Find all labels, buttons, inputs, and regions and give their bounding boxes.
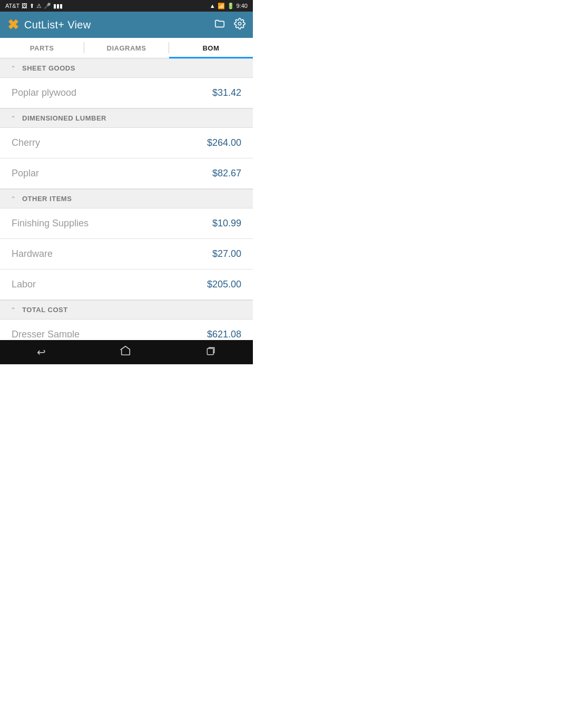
status-right: ▲ 📶 🔋 9:40	[210, 3, 248, 9]
item-name: Dresser Sample	[12, 329, 80, 337]
status-left: AT&T 🖼 ⬆ ⚠ 🎤 ▮▮▮	[5, 3, 63, 9]
chevron-up-icon: ⌃	[11, 115, 16, 122]
upload-icon: ⬆	[30, 3, 34, 9]
folder-icon[interactable]	[214, 18, 225, 32]
bom-content: ⌃ SHEET GOODS Poplar plywood $31.42 ⌃ DI…	[0, 58, 253, 337]
signal-icon: 📶	[218, 3, 225, 9]
app-bar-actions	[214, 18, 246, 32]
svg-rect-1	[207, 348, 213, 355]
app-bar: ✖ CutList+ View	[0, 12, 253, 38]
item-name: Labor	[12, 279, 36, 290]
warning-icon: ⚠	[36, 3, 42, 9]
time-label: 9:40	[237, 3, 248, 9]
app-title: CutList+ View	[24, 19, 214, 31]
list-item: Cherry $264.00	[0, 128, 253, 158]
item-cost: $10.99	[212, 218, 241, 229]
tab-parts[interactable]: PARTS	[0, 38, 84, 57]
bars-icon: ▮▮▮	[53, 3, 63, 9]
section-dimensioned-lumber-header[interactable]: ⌃ DIMENSIONED LUMBER	[0, 108, 253, 128]
carrier-label: AT&T	[5, 3, 19, 9]
section-other-items-header[interactable]: ⌃ OTHER ITEMS	[0, 189, 253, 208]
app-logo: ✖	[7, 17, 19, 33]
item-cost: $27.00	[212, 248, 241, 260]
tab-bar: PARTS DIAGRAMS BOM	[0, 38, 253, 58]
item-name: Finishing Supplies	[12, 218, 89, 229]
list-item: Finishing Supplies $10.99	[0, 208, 253, 239]
chevron-up-icon: ⌃	[11, 306, 16, 314]
mic-icon: 🎤	[44, 3, 51, 9]
section-dimensioned-lumber-title: DIMENSIONED LUMBER	[22, 114, 106, 122]
item-name: Poplar plywood	[12, 87, 76, 98]
item-cost: $82.67	[212, 168, 241, 179]
section-sheet-goods-header[interactable]: ⌃ SHEET GOODS	[0, 58, 253, 78]
tab-diagrams[interactable]: DIAGRAMS	[84, 38, 168, 57]
back-button[interactable]: ↩	[37, 346, 46, 358]
wifi-icon: ▲	[210, 3, 215, 9]
chevron-up-icon: ⌃	[11, 195, 16, 203]
list-item: Poplar plywood $31.42	[0, 78, 253, 108]
list-item: Labor $205.00	[0, 270, 253, 300]
item-cost: $31.42	[212, 87, 241, 98]
list-item: Dresser Sample $621.08	[0, 320, 253, 337]
item-name: Poplar	[12, 168, 39, 179]
battery-icon: 🔋	[227, 3, 234, 9]
section-total-cost-title: TOTAL COST	[22, 306, 68, 314]
home-button[interactable]	[120, 345, 131, 360]
chevron-up-icon: ⌃	[11, 65, 16, 72]
item-cost: $205.00	[207, 279, 241, 290]
tab-bom[interactable]: BOM	[169, 38, 253, 57]
section-sheet-goods-title: SHEET GOODS	[22, 64, 75, 72]
item-cost: $621.08	[207, 329, 241, 337]
item-cost: $264.00	[207, 137, 241, 148]
gear-icon[interactable]	[234, 18, 246, 32]
recent-apps-button[interactable]	[205, 346, 216, 359]
svg-point-0	[238, 22, 241, 25]
list-item: Hardware $27.00	[0, 239, 253, 270]
bottom-nav: ↩	[0, 340, 253, 364]
section-other-items-title: OTHER ITEMS	[22, 195, 72, 203]
picture-icon: 🖼	[22, 3, 27, 9]
section-total-cost-header[interactable]: ⌃ TOTAL COST	[0, 300, 253, 320]
item-name: Cherry	[12, 137, 40, 148]
list-item: Poplar $82.67	[0, 158, 253, 189]
status-bar: AT&T 🖼 ⬆ ⚠ 🎤 ▮▮▮ ▲ 📶 🔋 9:40	[0, 0, 253, 12]
item-name: Hardware	[12, 248, 53, 260]
